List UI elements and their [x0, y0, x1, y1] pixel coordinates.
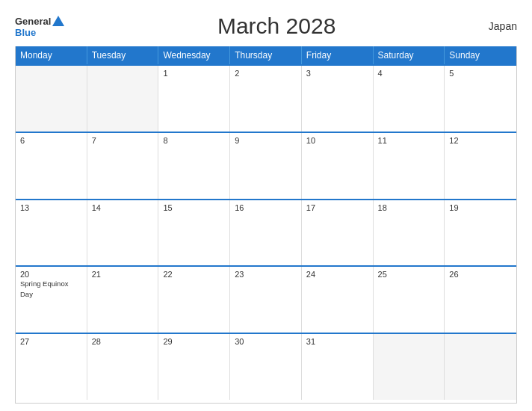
country-label: Japan: [489, 20, 517, 32]
cal-cell: 29: [158, 334, 230, 400]
calendar-body: 1 2 3 4 5 6 7 8 9 10 11 12 13 14 15: [16, 64, 516, 400]
cal-cell: 6: [16, 133, 87, 199]
week-row-5: 27 28 29 30 31: [16, 333, 516, 400]
header-friday: Friday: [302, 46, 374, 64]
cal-cell: 17: [302, 200, 374, 266]
cal-cell: 8: [158, 133, 230, 199]
cal-cell: 16: [230, 200, 302, 266]
cal-cell: 25: [374, 267, 445, 333]
header-tuesday: Tuesday: [87, 46, 159, 64]
header: General Blue March 2028 Japan: [15, 13, 517, 39]
cal-cell: 1: [158, 66, 230, 132]
cal-cell: 13: [16, 200, 87, 266]
cal-cell: 31: [302, 334, 374, 400]
cal-cell: 14: [87, 200, 159, 266]
cal-cell: [16, 66, 87, 132]
header-sunday: Sunday: [445, 46, 516, 64]
calendar-header-row: Monday Tuesday Wednesday Thursday Friday…: [16, 46, 516, 64]
cal-cell: 4: [374, 66, 445, 132]
cal-cell: 5: [445, 66, 516, 132]
week-row-2: 6 7 8 9 10 11 12: [16, 132, 516, 199]
cal-cell: 2: [230, 66, 302, 132]
cal-cell: [374, 334, 445, 400]
header-wednesday: Wednesday: [158, 46, 230, 64]
logo-triangle-icon: [52, 16, 64, 26]
cal-cell: 26: [445, 267, 516, 333]
cal-cell: [445, 334, 516, 400]
cal-cell: 30: [230, 334, 302, 400]
cal-cell: 3: [302, 66, 374, 132]
cal-cell-spring-equinox: 20 Spring Equinox Day: [16, 267, 87, 333]
week-row-4: 20 Spring Equinox Day 21 22 23 24 25 26: [16, 265, 516, 333]
calendar-grid: Monday Tuesday Wednesday Thursday Friday…: [15, 46, 517, 404]
cal-cell: 7: [87, 133, 159, 199]
cal-cell: [87, 66, 159, 132]
cal-cell: 23: [230, 267, 302, 333]
holiday-label: Spring Equinox Day: [20, 279, 68, 297]
header-monday: Monday: [16, 46, 87, 64]
week-row-1: 1 2 3 4 5: [16, 64, 516, 132]
cal-cell: 18: [374, 200, 445, 266]
logo-general-text: General: [15, 16, 51, 26]
page-title: March 2028: [217, 13, 335, 39]
cal-cell: 10: [302, 133, 374, 199]
cal-cell: 11: [374, 133, 445, 199]
logo-blue-text: Blue: [15, 28, 36, 37]
cal-cell: 28: [87, 334, 159, 400]
cal-cell: 27: [16, 334, 87, 400]
cal-cell: 22: [158, 267, 230, 333]
header-saturday: Saturday: [374, 46, 445, 64]
cal-cell: 24: [302, 267, 374, 333]
cal-cell: 15: [158, 200, 230, 266]
header-thursday: Thursday: [230, 46, 302, 64]
cal-cell: 19: [445, 200, 516, 266]
cal-cell: 21: [87, 267, 159, 333]
cal-cell: 12: [445, 133, 516, 199]
calendar-page: General Blue March 2028 Japan Monday Tue…: [0, 0, 532, 411]
week-row-3: 13 14 15 16 17 18 19: [16, 199, 516, 266]
cal-cell: 9: [230, 133, 302, 199]
logo: General Blue: [15, 16, 64, 37]
